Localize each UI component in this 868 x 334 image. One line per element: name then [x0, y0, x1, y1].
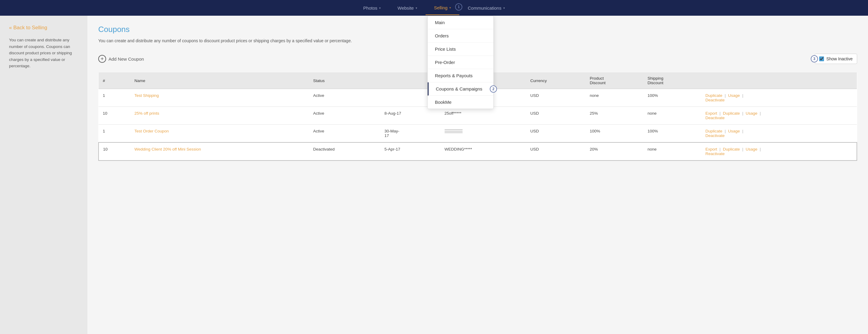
show-inactive-checkbox[interactable]	[819, 56, 824, 61]
top-navigation: Photos ▾ Website ▾ Selling ▾ 1 Communica…	[0, 0, 868, 16]
table-row: 1 Test Order Coupon Active 30-May-17 USD	[98, 124, 857, 143]
row-number: 1	[98, 89, 130, 107]
nav-label-website: Website	[398, 5, 414, 10]
table-row: 10 Wedding Client 20% off Mini Session D…	[98, 142, 857, 161]
action-duplicate[interactable]: Duplicate	[723, 147, 740, 151]
row-actions: Export | Duplicate | Usage | Deactivate	[701, 107, 857, 124]
row-status: Deactivated	[309, 142, 380, 161]
nav-items: Photos ▾ Website ▾ Selling ▾ 1 Communica…	[355, 1, 513, 15]
row-date: 30-May-17	[380, 124, 440, 143]
action-duplicate[interactable]: Duplicate	[723, 111, 740, 116]
row-name: Wedding Client 20% off Mini Session	[130, 142, 309, 161]
dropdown-item-pre-order[interactable]: Pre-Order	[428, 56, 493, 69]
nav-item-communications[interactable]: Communications ▾	[459, 1, 513, 15]
action-export[interactable]: Export	[706, 147, 717, 151]
dropdown-item-coupons-campaigns[interactable]: Coupons & Campaigns 2	[428, 82, 493, 95]
back-to-selling-link[interactable]: Back to Selling	[9, 25, 79, 31]
table-row: 10 25% off prints Active 8-Aug-17 25off*…	[98, 107, 857, 124]
row-shipping-discount: 100%	[644, 89, 701, 107]
chevron-down-icon: ▾	[450, 6, 451, 9]
coupon-name-link[interactable]: Wedding Client 20% off Mini Session	[134, 147, 201, 151]
row-code	[440, 124, 526, 143]
action-deactivate[interactable]: Deactivate	[706, 98, 725, 102]
row-name: Test Order Coupon	[130, 124, 309, 143]
selling-dropdown: Main Orders Price Lists Pre-Order Report…	[427, 16, 494, 109]
row-actions: Duplicate | Usage | Deactivate	[701, 89, 857, 107]
dropdown-item-price-lists[interactable]: Price Lists	[428, 43, 493, 56]
col-header-currency: Currency	[526, 73, 585, 89]
chevron-down-icon: ▾	[379, 6, 381, 10]
row-date: 5-Apr-17	[380, 142, 440, 161]
row-currency: USD	[526, 107, 585, 124]
sidebar-description: You can create and distribute any number…	[9, 37, 79, 69]
row-currency: USD	[526, 142, 585, 161]
action-reactivate[interactable]: Reactivate	[706, 151, 725, 156]
row-product-discount: 20%	[586, 142, 644, 161]
badge-show-inactive: 3	[811, 55, 818, 62]
col-header-status: Status	[309, 73, 380, 89]
row-status: Active	[309, 124, 380, 143]
row-number: 10	[98, 107, 130, 124]
action-usage[interactable]: Usage	[746, 111, 757, 116]
coupon-name-link[interactable]: 25% off prints	[134, 111, 159, 116]
col-header-product-discount: ProductDiscount	[586, 73, 644, 89]
action-usage[interactable]: Usage	[728, 93, 740, 98]
action-deactivate[interactable]: Deactivate	[706, 116, 725, 120]
row-shipping-discount: none	[644, 107, 701, 124]
dropdown-item-orders[interactable]: Orders	[428, 29, 493, 43]
row-date: 8-Aug-17	[380, 107, 440, 124]
row-name: 25% off prints	[130, 107, 309, 124]
nav-label-photos: Photos	[363, 5, 377, 10]
row-product-discount: 25%	[586, 107, 644, 124]
action-usage[interactable]: Usage	[746, 147, 757, 151]
chevron-down-icon: ▾	[503, 6, 505, 10]
nav-item-selling[interactable]: Selling ▾ 1	[426, 1, 459, 15]
hidden-code-lines	[444, 130, 522, 133]
show-inactive-label: Show Inactive	[827, 56, 852, 61]
nav-label-selling: Selling	[434, 5, 447, 10]
row-number: 1	[98, 124, 130, 143]
action-export[interactable]: Export	[706, 111, 717, 116]
row-status: Active	[309, 89, 380, 107]
badge-coupons: 2	[490, 85, 497, 93]
coupon-name-link[interactable]: Test Shipping	[134, 93, 159, 98]
row-code: WEDDING*****	[440, 142, 526, 161]
row-currency: USD	[526, 89, 585, 107]
col-header-shipping-discount: ShippingDiscount	[644, 73, 701, 89]
nav-item-photos[interactable]: Photos ▾	[355, 1, 389, 15]
row-status: Active	[309, 107, 380, 124]
row-shipping-discount: none	[644, 142, 701, 161]
coupon-name-link[interactable]: Test Order Coupon	[134, 129, 169, 133]
dropdown-item-bookme[interactable]: BookMe	[428, 95, 493, 109]
row-name: Test Shipping	[130, 89, 309, 107]
row-actions: Export | Duplicate | Usage | Reactivate	[701, 142, 857, 161]
row-code: 25off*****	[440, 107, 526, 124]
col-header-actions	[701, 73, 857, 89]
show-inactive-toggle[interactable]: 3 Show Inactive	[815, 54, 857, 64]
row-actions: Duplicate | Usage | Deactivate	[701, 124, 857, 143]
add-coupon-button[interactable]: + Add New Coupon	[98, 53, 144, 65]
plus-circle-icon: +	[98, 55, 106, 63]
row-number: 10	[98, 142, 130, 161]
col-header-number: #	[98, 73, 130, 89]
sidebar: Back to Selling You can create and distr…	[0, 16, 87, 334]
row-product-discount: none	[586, 89, 644, 107]
dropdown-item-main[interactable]: Main	[428, 16, 493, 29]
dropdown-item-reports-payouts[interactable]: Reports & Payouts	[428, 69, 493, 82]
action-duplicate[interactable]: Duplicate	[706, 93, 722, 98]
chevron-down-icon: ▾	[415, 6, 417, 10]
add-coupon-label: Add New Coupon	[108, 56, 144, 61]
row-shipping-discount: 100%	[644, 124, 701, 143]
action-usage[interactable]: Usage	[728, 129, 740, 133]
action-duplicate[interactable]: Duplicate	[706, 129, 722, 133]
row-currency: USD	[526, 124, 585, 143]
action-deactivate[interactable]: Deactivate	[706, 133, 725, 138]
nav-item-website[interactable]: Website ▾	[389, 1, 426, 15]
row-product-discount: 100%	[586, 124, 644, 143]
nav-label-communications: Communications	[468, 5, 501, 10]
col-header-name: Name	[130, 73, 309, 89]
